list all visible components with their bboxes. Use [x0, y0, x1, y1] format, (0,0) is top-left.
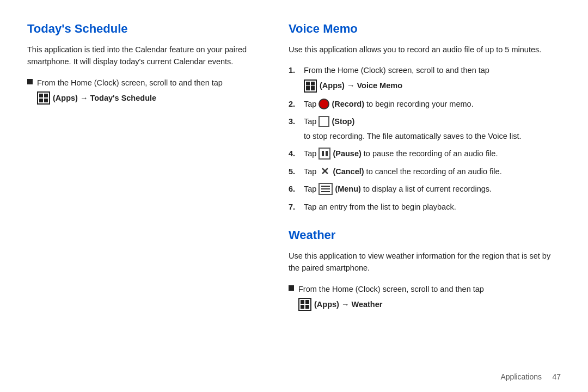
step-6: 6. Tap (Menu) to display a list of curre…	[289, 183, 561, 195]
step-2: 2. Tap (Record) to begin recording your …	[289, 98, 561, 110]
tap-label-6: Tap	[304, 183, 316, 195]
step-7-num: 7.	[289, 201, 299, 213]
step-5-num: 5.	[289, 166, 299, 177]
step-4-bold: (Pause)	[333, 148, 361, 160]
step-3: 3. Tap (Stop) to stop recording. The fil…	[289, 115, 561, 142]
tap-label-5: Tap	[304, 166, 316, 177]
step-2-text: (Record)	[332, 98, 364, 110]
step-6-bold: (Menu)	[335, 183, 361, 195]
todays-schedule-title: Today's Schedule	[27, 22, 256, 36]
apps-icon-voice-memo	[304, 79, 317, 93]
step-3-bold: (Stop)	[332, 115, 354, 127]
todays-schedule-section: Today's Schedule This application is tie…	[27, 22, 256, 105]
step-5: 5. Tap ✕ (Cancel) to cancel the recordin…	[289, 166, 561, 177]
tap-label-3: Tap	[304, 115, 316, 127]
right-column: Voice Memo Use this application allows y…	[289, 22, 561, 370]
menu-icon	[318, 183, 333, 195]
record-icon	[318, 99, 329, 109]
weather-app-path: (Apps) → Weather	[314, 298, 382, 310]
pause-icon	[318, 148, 330, 160]
todays-schedule-bullet: From the Home (Clock) screen, scroll to …	[27, 77, 256, 105]
footer-page: 47	[552, 372, 561, 381]
step-2-num: 2.	[289, 98, 299, 110]
apps-icon-weather	[298, 298, 311, 311]
step-1-app-path: (Apps) → Voice Memo	[320, 79, 402, 91]
todays-schedule-app-path: (Apps) → Today's Schedule	[53, 92, 156, 104]
tap-label-2: Tap	[304, 98, 316, 110]
weather-title: Weather	[289, 228, 561, 242]
weather-bullet: From the Home (Clock) screen, scroll to …	[289, 283, 561, 311]
voice-memo-intro: Use this application allows you to recor…	[289, 44, 561, 56]
step-4-num: 4.	[289, 148, 299, 160]
step-4: 4. Tap (Pause) to pause the recording of…	[289, 148, 561, 160]
apps-icon-todays-schedule	[37, 91, 50, 105]
step-7: 7. Tap an entry from the list to begin p…	[289, 201, 561, 213]
voice-memo-steps: 1. From the Home (Clock) screen, scroll …	[289, 64, 561, 213]
todays-schedule-body: This application is tied into the Calend…	[27, 44, 256, 68]
cancel-icon: ✕	[318, 166, 330, 177]
todays-schedule-bullet-text: From the Home (Clock) screen, scroll to …	[37, 77, 223, 105]
voice-memo-section: Voice Memo Use this application allows y…	[289, 22, 561, 213]
stop-icon	[318, 116, 329, 127]
step-1-num: 1.	[289, 64, 299, 76]
step-1: 1. From the Home (Clock) screen, scroll …	[289, 64, 561, 92]
footer-section: Applications	[500, 372, 542, 381]
weather-bullet-icon	[289, 285, 294, 291]
voice-memo-title: Voice Memo	[289, 22, 561, 36]
tap-label-4: Tap	[304, 148, 316, 160]
step-6-num: 6.	[289, 183, 299, 195]
step-5-bold: (Cancel)	[333, 166, 364, 177]
step-7-text: Tap an entry from the list to begin play…	[304, 201, 456, 213]
weather-body: Use this application to view weather inf…	[289, 250, 561, 274]
step-3-num: 3.	[289, 115, 299, 127]
weather-section: Weather Use this application to view wea…	[289, 228, 561, 311]
footer: Applications 47	[500, 372, 561, 381]
page-content: Today's Schedule This application is tie…	[0, 0, 588, 392]
left-column: Today's Schedule This application is tie…	[27, 22, 256, 370]
bullet-icon	[27, 79, 33, 84]
